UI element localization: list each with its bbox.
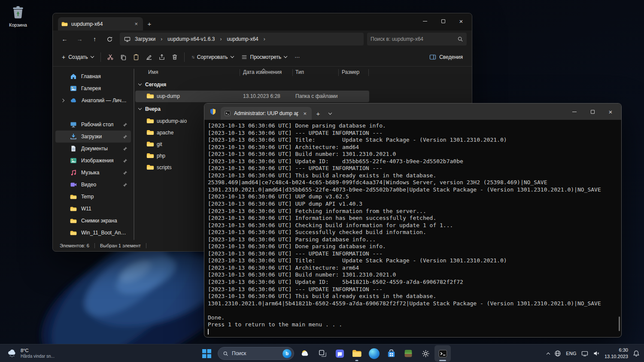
file-date: 13.10.2023 6:28: [243, 93, 280, 99]
explorer-tab-bar: uupdump-x64 × + ×: [53, 13, 472, 30]
share-icon: [158, 54, 165, 61]
sidebar-item-onedrive[interactable]: Анатолий — Личное: [55, 94, 131, 106]
taskbar-center: Поиск b: [198, 345, 451, 362]
sidebar-item-downloads[interactable]: Загрузки: [55, 131, 131, 143]
terminal-icon: [438, 349, 448, 359]
sidebar-item-win11boot[interactable]: Win_11_Boot_And_Upgrade_: [55, 227, 131, 239]
sidebar-item-temp[interactable]: Temp: [55, 191, 131, 203]
weather-cloud-icon: [7, 348, 17, 359]
tab-close-icon[interactable]: ×: [302, 110, 308, 117]
teams-chat-button[interactable]: [331, 345, 348, 362]
group-header-today[interactable]: Сегодня: [135, 78, 469, 91]
scissors-icon: [107, 54, 114, 61]
explorer-search-box[interactable]: Поиск в: uupdump-x64: [367, 33, 467, 46]
terminal-output[interactable]: [2023-10-13 06:30:06 UTC] Done parsing d…: [204, 120, 621, 337]
cut-button[interactable]: [104, 51, 117, 64]
breadcrumb-item[interactable]: uupdump-x64: [226, 35, 259, 43]
volume-muted-icon[interactable]: [593, 350, 600, 357]
sort-button[interactable]: ↑↓ Сортировать: [188, 52, 237, 63]
task-view-icon: [318, 349, 327, 358]
settings-button[interactable]: [417, 345, 434, 362]
chevron-right-icon[interactable]: [61, 99, 64, 102]
column-header-size[interactable]: Размер: [342, 69, 359, 75]
rename-icon: [146, 54, 152, 61]
forward-button[interactable]: →: [73, 33, 86, 46]
widgets-weather-icon: [300, 348, 310, 359]
terminal-tab-title: Administrator: UUP dump ap: [234, 110, 298, 116]
column-header-date[interactable]: Дата изменения: [243, 69, 282, 75]
new-button[interactable]: + Создать: [58, 51, 97, 63]
chevron-down-icon: [91, 55, 94, 58]
back-button[interactable]: ←: [58, 33, 71, 46]
close-button[interactable]: ×: [601, 103, 620, 120]
file-explorer-button[interactable]: [349, 345, 365, 362]
minimize-button[interactable]: [565, 103, 583, 120]
taskbar-search[interactable]: Поиск b: [218, 347, 294, 360]
sidebar-item-documents[interactable]: Документы: [55, 143, 131, 155]
start-button[interactable]: [198, 345, 215, 362]
sidebar-item-w11[interactable]: W11: [55, 203, 131, 215]
sidebar-item-label: Снимки экрана: [81, 218, 128, 224]
sidebar-item-videos[interactable]: Видео: [55, 179, 131, 191]
minimize-button[interactable]: [416, 13, 434, 29]
breadcrumb-separator-icon[interactable]: ›: [263, 36, 266, 42]
weather-widget[interactable]: 8°C Hårda vindar sn...: [3, 344, 59, 362]
edge-icon: [369, 348, 380, 359]
notification-bell-icon[interactable]: [633, 350, 640, 357]
maximize-button[interactable]: [434, 13, 452, 29]
explorer-search-text: Поиск в: uupdump-x64: [371, 36, 457, 42]
breadcrumb-item[interactable]: Загрузки: [134, 35, 156, 43]
details-pane-button[interactable]: Сведения: [425, 51, 467, 63]
breadcrumb-separator-icon[interactable]: ›: [160, 36, 163, 42]
share-button[interactable]: [155, 51, 168, 64]
delete-button[interactable]: [168, 51, 181, 64]
recycle-bin[interactable]: Корзина: [4, 4, 32, 27]
terminal-tab[interactable]: Administrator: UUP dump ap ×: [221, 107, 312, 120]
breadcrumb-separator-icon[interactable]: ›: [219, 36, 222, 42]
paste-button[interactable]: [130, 51, 143, 64]
store-button[interactable]: [383, 345, 399, 362]
explorer-tab[interactable]: uupdump-x64 ×: [58, 17, 143, 30]
widgets-button[interactable]: [297, 345, 313, 362]
network-globe-icon[interactable]: [554, 350, 561, 357]
sidebar-scrollbar[interactable]: [134, 69, 134, 240]
monitor-icon: [70, 121, 77, 128]
new-tab-button[interactable]: +: [143, 18, 156, 30]
terminal-scrollbar[interactable]: [619, 316, 620, 331]
file-name: scripts: [157, 164, 172, 170]
taskbar-clock[interactable]: 6:30 13.10.2023: [605, 347, 628, 360]
sidebar-item-desktop[interactable]: Рабочий стол: [55, 119, 131, 131]
edge-button[interactable]: [366, 345, 382, 362]
language-indicator[interactable]: ENG: [566, 351, 577, 356]
copy-button[interactable]: [117, 51, 130, 64]
green-app-button[interactable]: [400, 345, 416, 362]
sidebar-item-home[interactable]: Главная: [55, 70, 131, 82]
tab-close-icon[interactable]: ×: [133, 21, 140, 27]
breadcrumb-item[interactable]: uupdump-x64-v1.6.3: [167, 35, 216, 43]
tab-dropdown-button[interactable]: [325, 107, 336, 120]
maximize-button[interactable]: [583, 103, 601, 120]
file-type: Папка с файлами: [295, 93, 338, 99]
up-button[interactable]: ↑: [88, 33, 101, 46]
tray-overflow-chevron-icon[interactable]: [547, 352, 550, 356]
task-view-button[interactable]: [314, 345, 331, 362]
column-header-type[interactable]: Тип: [295, 69, 304, 75]
running-indicator: [439, 360, 446, 361]
more-button[interactable]: ···: [291, 52, 304, 63]
recycle-bin-label: Корзина: [4, 22, 32, 27]
new-tab-button[interactable]: +: [312, 107, 325, 120]
file-row[interactable]: uup-dump 13.10.2023 6:28 Папка с файлами: [135, 91, 369, 102]
group-label: Вчера: [145, 106, 161, 112]
close-button[interactable]: ×: [452, 13, 470, 29]
sidebar-item-screenshots[interactable]: Снимки экрана: [55, 215, 131, 227]
sidebar-item-pictures[interactable]: Изображения: [55, 155, 131, 167]
column-header-name[interactable]: Имя: [148, 69, 158, 75]
refresh-button[interactable]: [103, 33, 116, 46]
sidebar-item-music[interactable]: Музыка: [55, 167, 131, 179]
terminal-button[interactable]: [434, 345, 451, 362]
rename-button[interactable]: [143, 51, 155, 64]
sidebar-item-gallery[interactable]: Галерея: [55, 82, 131, 94]
search-icon: [223, 351, 228, 356]
display-tray-icon[interactable]: [581, 350, 588, 357]
view-button[interactable]: Просмотреть: [237, 52, 291, 63]
